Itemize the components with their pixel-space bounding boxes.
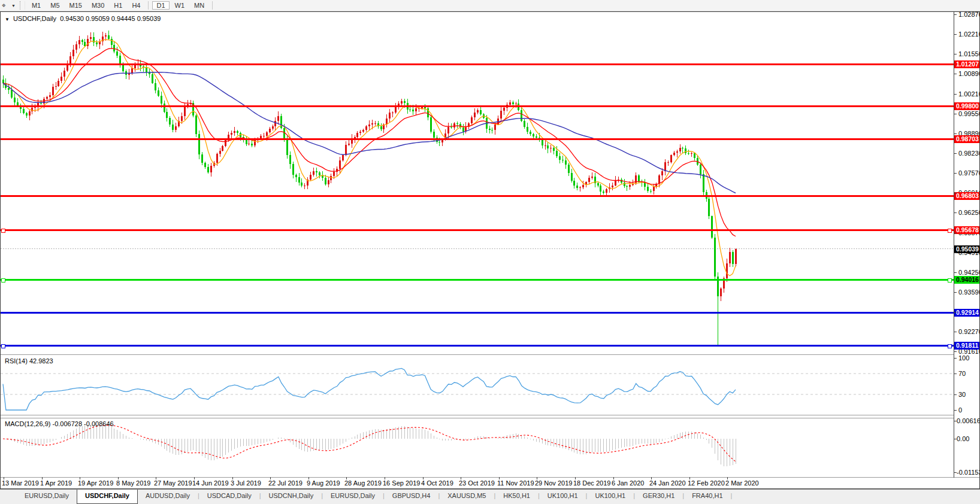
horizontal-line-0.99800[interactable] [1,105,954,107]
date-label: 18 Dec 2019 [573,479,610,487]
price-tick-label: 0.94250 [958,269,980,276]
price-tick-label: 1.02870 [958,11,980,18]
timeframe-button-m1[interactable]: M1 [28,1,45,10]
price-line-badge: 0.94016 [954,276,979,284]
macd-axis-label: 0.006167 [957,417,980,424]
timeframe-button-m30[interactable]: M30 [87,1,108,10]
tab-xauusd-m5[interactable]: XAUUSD,M5 [440,490,494,504]
horizontal-line-0.98703[interactable] [1,138,954,140]
line-handle[interactable] [948,344,952,348]
date-label: 1 Apr 2019 [40,479,72,487]
timeframe-button-m5[interactable]: M5 [46,1,63,10]
chart-tabs-bar: EURUSD,DailyUSDCHF,DailyAUDUSD,Daily|USD… [0,489,980,504]
horizontal-line-0.95678[interactable] [1,229,954,231]
price-tick [954,193,957,193]
rsi-axis-tick [954,374,957,374]
price-tick [954,272,957,273]
rsi-indicator-label: RSI(14) 42.9823 [5,357,53,365]
tab-usdchf-daily[interactable]: USDCHF,Daily [77,490,138,504]
macd-axis-label: -0.011533 [957,469,980,476]
price-tick [954,312,957,312]
tab-usdcad-daily[interactable]: USDCAD,Daily [199,490,259,504]
price-line-badge: 0.92914 [954,309,979,317]
date-label: 19 Apr 2019 [78,479,113,487]
price-tick-label: 1.00210 [958,90,980,98]
price-tick [954,253,957,253]
timeframe-button-h4[interactable]: H4 [128,1,144,10]
price-tick [954,94,957,95]
price-tick [954,173,957,174]
macd-pane-canvas[interactable] [1,418,954,477]
timeframe-button-h1[interactable]: H1 [110,1,126,10]
price-tick [954,351,957,352]
date-label: 22 Jul 2019 [268,479,303,487]
tool-dropdown-caret-icon[interactable]: ▼ [11,4,16,8]
date-label: 12 Feb 2020 [688,479,725,487]
price-tick [954,153,957,154]
crosshair-tool-icon[interactable]: ⌖ [2,1,10,10]
timeframe-button-group: M1M5M15M30H1H4D1W1MN [27,0,216,11]
rsi-axis-label: 30 [958,391,966,398]
line-handle[interactable] [948,229,952,233]
tab-usdcnh-daily[interactable]: USDCNH,Daily [261,490,322,504]
timeframe-button-w1[interactable]: W1 [171,1,189,10]
collapse-triangle-icon[interactable]: ▼ [5,17,10,22]
date-label: 13 Mar 2019 [2,479,39,487]
tab-ger30-h1[interactable]: GER30,H1 [635,490,682,504]
price-axis[interactable]: 1.028701.022101.015501.008901.002100.995… [954,12,979,477]
price-tick-label: 1.02210 [958,31,980,38]
pane-separator[interactable] [1,415,979,415]
macd-axis-tick [954,421,957,421]
pane-separator[interactable] [1,354,979,355]
date-label: 2 Mar 2020 [725,479,759,487]
price-tick [954,133,957,134]
price-tick-label: 0.96250 [958,209,980,216]
tab-audusd-daily[interactable]: AUDUSD,Daily [138,490,198,504]
macd-axis-tick [954,472,957,473]
rsi-axis-tick [954,394,957,395]
price-line-badge: 0.91811 [954,342,979,350]
date-label: 27 May 2019 [154,479,192,487]
line-handle[interactable] [1,229,5,233]
timeframe-button-mn[interactable]: MN [190,1,208,10]
tab-hk50-h1[interactable]: HK50,H1 [495,490,538,504]
tab-gbpusd-h4[interactable]: GBPUSD,H4 [385,490,438,504]
horizontal-line-0.92914[interactable] [1,312,954,314]
rsi-axis-tick [954,358,957,359]
price-tick [954,14,957,15]
price-line-badge: 0.95678 [954,226,979,234]
date-axis[interactable]: 13 Mar 20191 Apr 201919 Apr 20198 May 20… [1,477,954,488]
horizontal-line-1.01207[interactable] [1,63,954,65]
line-handle[interactable] [1,278,5,283]
rsi-axis-tick [954,410,957,411]
price-tick [954,34,957,35]
price-tick-label: 0.92270 [958,328,980,335]
rsi-axis-label: 100 [958,354,969,362]
macd-axis-tick [954,439,957,439]
price-tick [954,212,957,213]
tab-fra40-h1[interactable]: FRA40,H1 [684,490,730,504]
tab-eurusd-daily[interactable]: EURUSD,Daily [323,490,383,504]
date-label: 28 Aug 2019 [344,479,382,487]
date-label: 4 Oct 2019 [421,479,453,487]
rsi-axis-label: 70 [958,370,966,377]
toolbar-separator [148,1,149,10]
horizontal-line-0.96803[interactable] [1,195,954,197]
horizontal-line-0.91811[interactable] [1,345,954,347]
date-label: 29 Nov 2019 [535,479,572,487]
rsi-pane-canvas[interactable] [1,355,954,415]
macd-axis-label: 0.00 [957,435,969,442]
line-handle[interactable] [948,278,952,283]
line-handle[interactable] [1,344,5,348]
tab-uk100-h1[interactable]: UK100,H1 [540,490,586,504]
timeframe-button-m15[interactable]: M15 [65,1,86,10]
chart-title: ▼USDCHF,Daily 0.94530 0.95059 0.94445 0.… [5,15,161,22]
date-label: 9 Aug 2019 [307,479,340,487]
tab-eurusd-daily[interactable]: EURUSD,Daily [17,490,77,504]
pane-separator[interactable] [1,418,979,418]
tab-uk100-h1[interactable]: UK100,H1 [587,490,633,504]
horizontal-line-0.94016[interactable] [1,279,954,281]
timeframe-button-d1[interactable]: D1 [152,1,169,10]
price-tick-label: 0.99550 [958,110,980,117]
date-label: 3 Jul 2019 [231,479,261,487]
